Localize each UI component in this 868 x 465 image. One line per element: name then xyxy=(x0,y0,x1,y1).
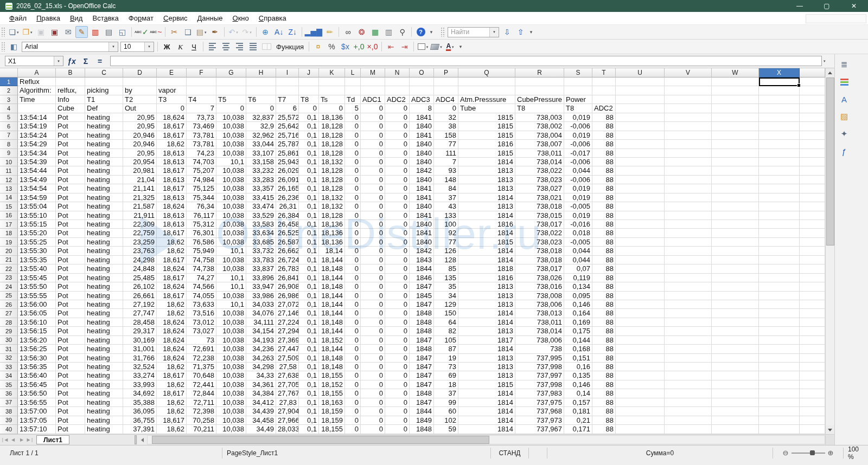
cell-I16[interactable]: 26,384 xyxy=(276,211,299,220)
cell-X7[interactable] xyxy=(759,131,800,140)
cell-partial[interactable] xyxy=(800,309,825,318)
cell-C16[interactable]: heating xyxy=(85,211,123,220)
cell-P34[interactable]: 69 xyxy=(434,371,458,380)
cell-I12[interactable]: 26,091 xyxy=(276,176,299,184)
cell-V15[interactable] xyxy=(665,202,712,211)
cell-Q5[interactable]: 1815 xyxy=(458,113,515,122)
cell-X11[interactable] xyxy=(759,166,800,175)
cell-D19[interactable]: 23,259 xyxy=(123,238,157,247)
cell-N15[interactable]: 0 xyxy=(385,202,410,211)
cell-P5[interactable]: 32 xyxy=(434,113,458,122)
cell-E30[interactable]: 18,624 xyxy=(157,336,187,345)
cell-K24[interactable]: 18,148 xyxy=(319,282,345,291)
cell-M29[interactable]: 0 xyxy=(361,327,385,335)
cell-M31[interactable]: 0 xyxy=(361,345,385,353)
align-left-button[interactable] xyxy=(206,41,219,53)
cell-L39[interactable]: 0 xyxy=(345,416,361,425)
column-header-S[interactable]: S xyxy=(564,68,592,78)
cell-D30[interactable]: 30,169 xyxy=(123,336,157,345)
cell-E11[interactable]: 18,617 xyxy=(157,166,187,175)
cell-C10[interactable]: heating xyxy=(85,158,123,166)
selection-sum[interactable]: Сумма=0 xyxy=(547,448,773,458)
cell-P28[interactable]: 64 xyxy=(434,318,458,327)
find-next-button[interactable]: ⇩ xyxy=(501,26,513,38)
cell-A27[interactable]: 13:56:05 xyxy=(18,309,56,318)
cell-J36[interactable]: 0,1 xyxy=(299,389,319,398)
cell-R34[interactable]: 737,997 xyxy=(515,371,564,380)
cell-K32[interactable]: 18,148 xyxy=(319,354,345,363)
cell-O33[interactable]: 1847 xyxy=(410,363,434,371)
cell-V8[interactable] xyxy=(665,140,712,148)
cell-C19[interactable]: heating xyxy=(85,238,123,247)
menu-Вид[interactable]: Вид xyxy=(65,12,88,24)
cell-partial[interactable] xyxy=(800,318,825,327)
cell-H4[interactable]: 0 xyxy=(246,104,276,113)
cell-E12[interactable]: 18,613 xyxy=(157,176,187,184)
row-header-7[interactable]: 7 xyxy=(0,131,18,140)
cell-K27[interactable]: 18,144 xyxy=(319,309,345,318)
cell-F16[interactable]: 76,117 xyxy=(187,211,216,220)
row-header-11[interactable]: 11 xyxy=(0,166,18,175)
cell-A5[interactable]: 13:54:14 xyxy=(18,113,56,122)
cell-E28[interactable]: 18,624 xyxy=(157,318,187,327)
cell-W32[interactable] xyxy=(712,354,759,363)
cell-Q28[interactable]: 1814 xyxy=(458,318,515,327)
cell-E1[interactable] xyxy=(157,78,187,86)
cell-C29[interactable]: heating xyxy=(85,327,123,335)
font-color-dropdown-icon[interactable]: ▾ xyxy=(452,45,454,49)
cell-A31[interactable]: 13:56:25 xyxy=(18,345,56,353)
cell-K12[interactable]: 18,128 xyxy=(319,176,345,184)
function-button[interactable]: Функция xyxy=(274,41,306,53)
cell-F22[interactable]: 74,738 xyxy=(187,264,216,273)
cell-H14[interactable]: 33,415 xyxy=(246,193,276,202)
cell-K18[interactable]: 18,136 xyxy=(319,229,345,237)
cell-G28[interactable]: 10,038 xyxy=(216,318,246,327)
cell-W11[interactable] xyxy=(712,166,759,175)
cell-H38[interactable]: 34,439 xyxy=(246,407,276,416)
cell-P16[interactable]: 133 xyxy=(434,211,458,220)
cell-U34[interactable] xyxy=(616,371,665,380)
cell-A37[interactable]: 13:56:55 xyxy=(18,398,56,407)
row-header-13[interactable]: 13 xyxy=(0,184,18,193)
cell-D31[interactable]: 31,001 xyxy=(123,345,157,353)
cell-H30[interactable]: 34,193 xyxy=(246,336,276,345)
cell-D21[interactable]: 24,298 xyxy=(123,256,157,264)
cell-I5[interactable]: 25,572 xyxy=(276,113,299,122)
row-header-29[interactable]: 29 xyxy=(0,327,18,335)
cell-N22[interactable]: 0 xyxy=(385,264,410,273)
cell-H19[interactable]: 33,685 xyxy=(246,238,276,247)
cell-N31[interactable]: 0 xyxy=(385,345,410,353)
cell-A3[interactable]: Time xyxy=(18,95,56,104)
cell-O24[interactable]: 1847 xyxy=(410,282,434,291)
edit-file-button[interactable]: ✎ xyxy=(75,26,88,38)
cell-Q7[interactable]: 1815 xyxy=(458,131,515,140)
cell-Q27[interactable]: 1814 xyxy=(458,309,515,318)
cell-E16[interactable]: 18,613 xyxy=(157,211,187,220)
cell-S16[interactable]: 0,019 xyxy=(564,211,592,220)
cell-I23[interactable]: 26,841 xyxy=(276,274,299,282)
cell-K4[interactable]: 0 xyxy=(319,104,345,113)
cell-C37[interactable]: heating xyxy=(85,398,123,407)
cell-X25[interactable] xyxy=(759,292,800,300)
cell-M28[interactable]: 0 xyxy=(361,318,385,327)
row-header-35[interactable]: 35 xyxy=(0,380,18,389)
cell-G38[interactable]: 10,038 xyxy=(216,407,246,416)
cell-E7[interactable]: 18,617 xyxy=(157,131,187,140)
cell-T34[interactable]: 88 xyxy=(592,371,616,380)
cell-M40[interactable]: 0 xyxy=(361,425,385,434)
cell-F26[interactable]: 73,633 xyxy=(187,300,216,309)
cell-J12[interactable]: 0,1 xyxy=(299,176,319,184)
column-header-T[interactable]: T xyxy=(592,68,616,78)
cell-I33[interactable]: 27,58 xyxy=(276,363,299,371)
cell-F29[interactable]: 73,027 xyxy=(187,327,216,335)
cell-C6[interactable]: heating xyxy=(85,122,123,131)
menu-Сервис[interactable]: Сервис xyxy=(158,12,193,24)
cell-O23[interactable]: 1846 xyxy=(410,274,434,282)
last-sheet-button[interactable]: ▶❘ xyxy=(26,436,35,444)
cell-D11[interactable]: 20,981 xyxy=(123,166,157,175)
cell-P18[interactable]: 92 xyxy=(434,229,458,237)
cell-K22[interactable]: 18,148 xyxy=(319,264,345,273)
cell-R38[interactable]: 737,968 xyxy=(515,407,564,416)
cell-D34[interactable]: 33,274 xyxy=(123,371,157,380)
row-header-5[interactable]: 5 xyxy=(0,113,18,122)
